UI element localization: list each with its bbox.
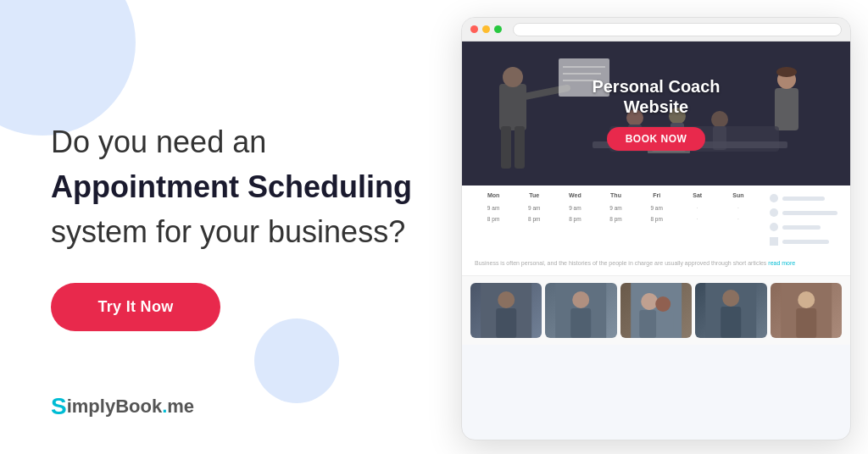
info-bar-4 [782, 240, 829, 244]
photo-2 [545, 283, 616, 338]
logo-text: implyBook.me [67, 396, 194, 418]
time-wed-2: 8 pm [556, 215, 593, 223]
svg-rect-33 [656, 312, 673, 338]
svg-rect-10 [775, 88, 798, 130]
info-row-2 [770, 208, 837, 217]
svg-rect-1 [499, 84, 526, 130]
read-more-link[interactable]: read more [768, 260, 795, 266]
svg-rect-32 [639, 310, 656, 338]
time-sun-2: · [720, 215, 757, 223]
browser-dot-red [470, 25, 478, 33]
photo-3 [620, 283, 692, 338]
site-description: Business is often personal, and the hist… [462, 252, 850, 276]
svg-point-24 [498, 291, 515, 308]
svg-point-12 [776, 67, 797, 77]
photo-4 [695, 283, 766, 338]
browser-dot-yellow [482, 25, 490, 33]
schedule-section: Mon Tue Wed Thu Fri Sat Sun 9 am 9 am 9 … [462, 185, 850, 252]
headline: Do you need an Appointment Scheduling sy… [51, 123, 492, 257]
svg-point-2 [503, 67, 523, 87]
info-icon-1 [770, 194, 778, 202]
svg-rect-36 [721, 307, 741, 338]
svg-rect-4 [501, 126, 511, 169]
try-it-now-button[interactable]: Try It Now [51, 283, 220, 331]
time-sat-1: · [679, 204, 716, 212]
info-icon-2 [770, 208, 778, 217]
time-tue-2: 8 pm [515, 215, 553, 223]
time-thu-1: 9 am [597, 204, 634, 212]
browser-dot-green [494, 25, 502, 33]
headline-bold: Appointment Scheduling [51, 169, 412, 204]
browser-mockup: Personal Coach Website BOOK NOW Mon Tue … [461, 17, 851, 440]
time-mon-2: 8 pm [475, 215, 512, 223]
time-mon-1: 9 am [475, 204, 512, 212]
time-sat-2: · [679, 215, 716, 223]
time-thu-2: 8 pm [597, 215, 634, 223]
logo: S implyBook.me [51, 393, 194, 420]
day-mon: Mon [475, 192, 512, 201]
headline-line1: Do you need an [51, 125, 266, 159]
svg-rect-28 [571, 308, 592, 338]
logo-s-icon: S [51, 393, 67, 420]
svg-point-35 [722, 290, 739, 307]
info-panel [770, 192, 837, 246]
photo-5 [771, 283, 842, 338]
time-sun-1: · [720, 204, 757, 212]
day-tue: Tue [515, 192, 553, 201]
time-fri-1: 9 am [638, 204, 676, 212]
book-now-button[interactable]: BOOK NOW [607, 127, 706, 151]
hero-title: Personal Coach Website [592, 76, 720, 117]
day-wed: Wed [556, 192, 593, 201]
browser-mockup-container: Personal Coach Website BOOK NOW Mon Tue … [461, 17, 851, 440]
svg-point-30 [641, 293, 658, 310]
schedule-grid: Mon Tue Wed Thu Fri Sat Sun 9 am 9 am 9 … [475, 192, 757, 223]
svg-rect-39 [796, 308, 816, 338]
info-icon-4 [770, 237, 778, 246]
site-hero: Personal Coach Website BOOK NOW [462, 42, 850, 185]
svg-rect-5 [515, 126, 525, 169]
day-sat: Sat [679, 192, 716, 201]
photo-1 [470, 283, 542, 338]
svg-point-31 [655, 296, 670, 312]
info-icon-3 [770, 223, 778, 231]
day-thu: Thu [597, 192, 634, 201]
time-fri-2: 8 pm [638, 215, 676, 223]
info-bar-3 [782, 225, 821, 230]
hero-content: Personal Coach Website BOOK NOW [592, 76, 720, 151]
info-bar-2 [782, 211, 837, 215]
svg-point-38 [798, 291, 815, 308]
info-bar-1 [782, 197, 825, 201]
browser-bar [462, 18, 850, 42]
left-section: Do you need an Appointment Scheduling sy… [51, 0, 492, 454]
day-fri: Fri [638, 192, 676, 201]
info-row-4 [770, 237, 837, 246]
info-row-3 [770, 223, 837, 231]
browser-url-bar [513, 23, 842, 36]
day-sun: Sun [720, 192, 757, 201]
svg-point-27 [573, 291, 590, 308]
svg-rect-25 [496, 308, 516, 338]
time-wed-1: 9 am [556, 204, 593, 212]
photo-strip [462, 276, 850, 345]
time-tue-1: 9 am [515, 204, 553, 212]
headline-line3: system for your business? [51, 214, 405, 249]
info-row-1 [770, 194, 837, 202]
